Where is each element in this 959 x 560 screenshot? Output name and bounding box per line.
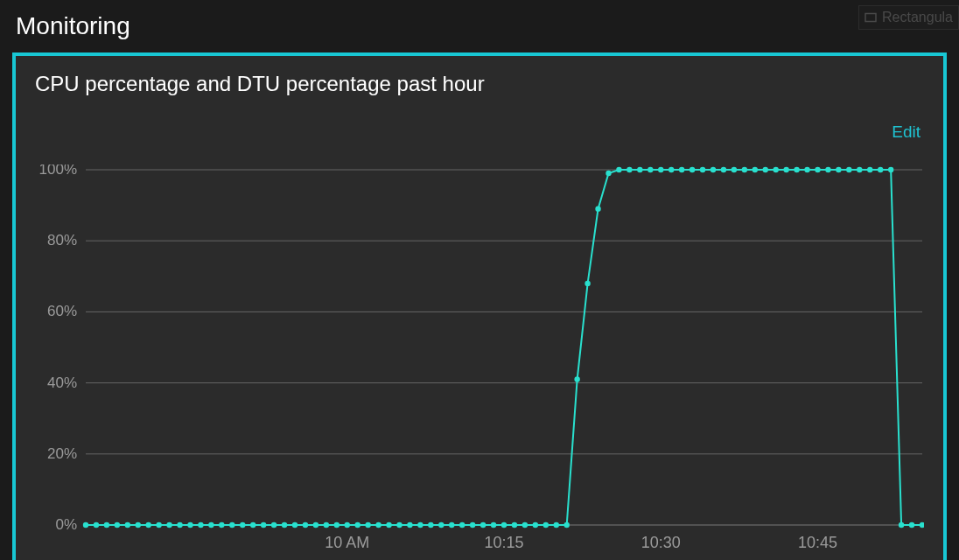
svg-point-34 xyxy=(261,522,266,528)
svg-point-44 xyxy=(365,522,370,528)
svg-point-35 xyxy=(271,522,276,528)
svg-point-54 xyxy=(470,522,475,528)
svg-point-51 xyxy=(438,522,444,528)
edit-link[interactable]: Edit xyxy=(892,122,920,142)
svg-point-78 xyxy=(721,167,726,172)
svg-point-70 xyxy=(637,167,642,172)
svg-point-87 xyxy=(815,167,820,172)
svg-point-82 xyxy=(763,167,768,172)
rectangle-icon xyxy=(864,11,877,24)
svg-point-41 xyxy=(334,522,340,528)
svg-point-93 xyxy=(878,167,883,172)
chart-title: CPU percentage and DTU percentage past h… xyxy=(16,56,943,96)
svg-point-36 xyxy=(282,522,287,528)
svg-rect-0 xyxy=(865,14,876,22)
svg-point-89 xyxy=(836,167,841,172)
line-chart: 0%20%40%60%80%100%10 AM10:1510:3010:45 xyxy=(35,164,924,556)
svg-point-92 xyxy=(867,167,872,172)
svg-point-71 xyxy=(648,167,653,172)
svg-text:10:30: 10:30 xyxy=(641,534,681,551)
svg-point-64 xyxy=(574,376,579,382)
svg-point-83 xyxy=(774,167,779,172)
svg-point-52 xyxy=(449,522,454,528)
svg-point-90 xyxy=(846,167,851,172)
svg-point-27 xyxy=(187,522,192,528)
svg-point-88 xyxy=(825,167,830,172)
svg-point-43 xyxy=(355,522,360,528)
svg-point-95 xyxy=(899,522,904,528)
svg-point-29 xyxy=(208,522,214,528)
svg-point-17 xyxy=(83,522,88,528)
svg-text:10 AM: 10 AM xyxy=(325,534,369,551)
svg-point-63 xyxy=(564,522,570,528)
svg-point-91 xyxy=(857,167,862,172)
svg-point-25 xyxy=(166,522,172,528)
svg-point-38 xyxy=(303,522,308,528)
svg-point-21 xyxy=(125,522,130,528)
svg-point-20 xyxy=(115,522,120,528)
svg-point-46 xyxy=(386,522,391,528)
svg-point-49 xyxy=(417,522,423,528)
svg-point-40 xyxy=(324,522,329,528)
rectangular-snip-label: Rectangula xyxy=(882,10,953,25)
svg-point-23 xyxy=(146,522,151,528)
svg-text:40%: 40% xyxy=(47,374,77,391)
svg-point-39 xyxy=(313,522,318,528)
svg-point-77 xyxy=(710,167,716,172)
svg-point-28 xyxy=(198,522,203,528)
section-title: Monitoring xyxy=(0,0,959,47)
svg-point-47 xyxy=(396,522,402,528)
chart-card: CPU percentage and DTU percentage past h… xyxy=(12,52,947,560)
svg-point-60 xyxy=(533,522,538,528)
svg-point-65 xyxy=(584,281,590,286)
svg-text:100%: 100% xyxy=(39,164,77,178)
rectangular-snip-button[interactable]: Rectangula xyxy=(858,5,959,30)
svg-text:10:45: 10:45 xyxy=(798,534,837,551)
chart-plot-area: 0%20%40%60%80%100%10 AM10:1510:3010:45 xyxy=(35,164,924,556)
svg-point-86 xyxy=(804,167,809,172)
svg-text:80%: 80% xyxy=(47,232,77,248)
svg-point-96 xyxy=(909,522,914,528)
svg-point-31 xyxy=(229,522,234,528)
svg-point-50 xyxy=(428,522,433,528)
svg-point-67 xyxy=(606,171,611,176)
svg-point-59 xyxy=(522,522,528,528)
svg-point-80 xyxy=(742,167,747,172)
svg-point-42 xyxy=(345,522,350,528)
svg-text:60%: 60% xyxy=(47,303,77,319)
svg-point-69 xyxy=(626,167,632,172)
svg-point-56 xyxy=(491,522,496,528)
svg-point-55 xyxy=(480,522,486,528)
svg-point-30 xyxy=(219,522,224,528)
svg-point-33 xyxy=(250,522,256,528)
svg-point-37 xyxy=(292,522,298,528)
svg-point-79 xyxy=(732,167,737,172)
svg-point-66 xyxy=(595,206,600,211)
svg-point-22 xyxy=(136,522,141,528)
svg-point-94 xyxy=(888,167,893,172)
svg-point-72 xyxy=(658,167,663,172)
svg-point-73 xyxy=(668,167,674,172)
svg-point-85 xyxy=(794,167,799,172)
svg-point-24 xyxy=(156,522,161,528)
svg-point-61 xyxy=(543,522,549,528)
svg-text:20%: 20% xyxy=(47,445,77,462)
svg-point-62 xyxy=(554,522,559,528)
svg-point-48 xyxy=(407,522,412,528)
svg-point-68 xyxy=(616,167,621,172)
svg-point-18 xyxy=(94,522,99,528)
svg-point-97 xyxy=(920,522,924,528)
svg-point-45 xyxy=(375,522,381,528)
svg-point-57 xyxy=(501,522,507,528)
svg-point-26 xyxy=(177,522,182,528)
svg-point-76 xyxy=(700,167,705,172)
svg-point-19 xyxy=(104,522,109,528)
svg-point-75 xyxy=(690,167,695,172)
svg-point-32 xyxy=(240,522,245,528)
svg-point-53 xyxy=(459,522,465,528)
svg-point-74 xyxy=(679,167,684,172)
svg-point-58 xyxy=(512,522,517,528)
svg-point-81 xyxy=(752,167,758,172)
svg-text:10:15: 10:15 xyxy=(484,534,523,551)
svg-point-84 xyxy=(783,167,788,172)
